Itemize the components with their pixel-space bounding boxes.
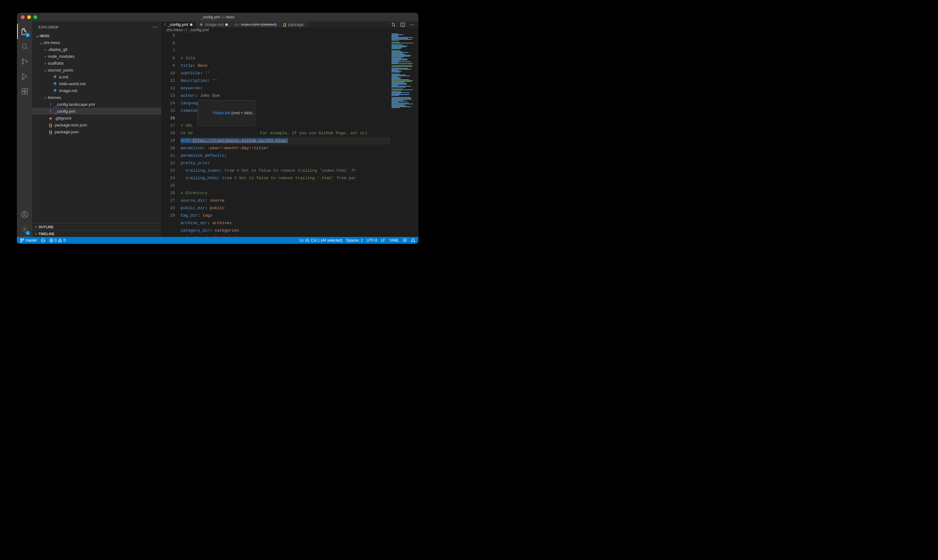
json-icon: {}	[48, 123, 53, 127]
branch-name: master	[26, 238, 37, 243]
tree-folder[interactable]: ›node_modules	[32, 53, 161, 60]
tree-label: .deploy_git	[48, 47, 68, 52]
editor-tab[interactable]: {}package	[280, 22, 307, 28]
language-mode-status[interactable]: YAML	[389, 238, 399, 243]
tree-label: zhx-hexo	[43, 40, 60, 45]
svg-rect-6	[22, 92, 25, 94]
tree-folder-root[interactable]: ⌄ zhx-hexo	[32, 39, 161, 46]
outline-label: OUTLINE	[39, 225, 53, 229]
tree-file[interactable]: Image.md	[32, 87, 161, 94]
svg-rect-15	[201, 24, 202, 26]
tree-folder[interactable]: ⌄source/_posts	[32, 66, 161, 73]
markdown-icon	[199, 23, 204, 27]
notifications-icon[interactable]	[411, 238, 415, 243]
tab-label: _config.yml	[168, 22, 188, 27]
warning-count: 0	[63, 238, 66, 243]
window-title: _config.yml — Hexo	[201, 15, 234, 19]
tree-file[interactable]: hello-world.md	[32, 80, 161, 87]
tree-label: a.md	[59, 75, 68, 79]
tree-label: package.json	[55, 129, 79, 134]
sidebar-title: EXPLORER	[39, 25, 59, 29]
chevron-right-icon: ›	[34, 231, 39, 236]
tree-label: Image.md	[59, 88, 77, 93]
git-branch-status[interactable]: master	[20, 238, 37, 243]
tab-label: index.html (deleted)	[241, 22, 276, 27]
tree-label: node_modules	[48, 54, 74, 59]
html-icon: <>	[234, 22, 239, 27]
maximize-window-button[interactable]	[34, 15, 37, 19]
folder-name: HEXO	[40, 34, 49, 38]
tree-label: hello-world.md	[59, 82, 86, 86]
outline-section[interactable]: › OUTLINE	[32, 223, 161, 230]
folder-section-header[interactable]: ⌄ HEXO	[32, 32, 161, 39]
json-icon: {}	[48, 129, 53, 134]
json-icon: {}	[283, 22, 286, 27]
cursor-position-status[interactable]: Ln 16, Col 1 (44 selected)	[299, 238, 342, 243]
split-editor-icon[interactable]	[400, 22, 405, 27]
close-window-button[interactable]	[21, 15, 25, 19]
editor-tab[interactable]: <>index.html (deleted)	[231, 22, 280, 28]
svg-rect-5	[22, 89, 25, 91]
activity-bar: 2	[17, 22, 32, 237]
more-actions-icon[interactable]: ⋯	[410, 22, 415, 28]
timeline-section[interactable]: › TIMELINE	[32, 230, 161, 237]
traffic-lights	[21, 15, 37, 19]
extensions-activity-icon[interactable]	[17, 84, 32, 99]
explorer-activity-icon[interactable]: 2	[17, 24, 32, 39]
explorer-sidebar: EXPLORER ⋯ ⌄ HEXO ⌄ zhx-hexo ›.deploy_gi…	[32, 22, 161, 237]
run-debug-activity-icon[interactable]	[17, 69, 32, 84]
sidebar-more-icon[interactable]: ⋯	[153, 24, 158, 30]
editor-tab[interactable]: !_config.yml	[161, 22, 196, 28]
tree-label: scaffolds	[48, 61, 64, 66]
timeline-label: TIMELINE	[39, 232, 54, 236]
eol-status[interactable]: LF	[381, 238, 385, 243]
source-control-activity-icon[interactable]	[17, 54, 32, 69]
tree-file[interactable]: !_config.landscape.yml	[32, 101, 161, 108]
git-icon: ◆	[48, 116, 53, 120]
editor-body[interactable]: 5678910111213141516171819202122232425262…	[161, 32, 418, 237]
tree-label: _config.yml	[55, 109, 75, 114]
tree-folder[interactable]: ›.deploy_git	[32, 46, 161, 53]
explorer-badge: 2	[25, 33, 30, 37]
dirty-indicator-icon	[225, 23, 228, 26]
problems-status[interactable]: 0 0	[49, 238, 66, 243]
feedback-icon[interactable]	[403, 238, 407, 243]
tree-folder[interactable]: ›scaffolds	[32, 60, 161, 66]
sync-status[interactable]	[41, 238, 45, 243]
settings-activity-icon[interactable]: 1	[17, 222, 32, 237]
tree-label: package-lock.json	[55, 123, 87, 127]
status-bar: master 0 0 Ln 16, Col 1 (44 selected) Sp…	[17, 237, 418, 244]
minimap[interactable]	[390, 32, 418, 237]
tree-file[interactable]: !_config.yml	[32, 108, 161, 115]
markdown-icon	[52, 88, 58, 93]
chevron-right-icon: ›	[43, 54, 48, 59]
minimize-window-button[interactable]	[27, 15, 31, 19]
tree-file[interactable]: {}package.json	[32, 128, 161, 135]
tree-folder[interactable]: ›themes	[32, 94, 161, 101]
editor-tab[interactable]: Image.md	[196, 22, 231, 28]
dirty-indicator-icon	[190, 23, 193, 26]
spaces-status[interactable]: Spaces: 2	[346, 238, 363, 243]
accounts-activity-icon[interactable]	[17, 207, 32, 222]
svg-point-18	[21, 241, 22, 242]
sidebar-header: EXPLORER ⋯	[32, 22, 161, 32]
tree-file[interactable]: {}package-lock.json	[32, 122, 161, 128]
breadcrumb[interactable]: zhx-hexo › ! _config.yml	[161, 28, 418, 32]
svg-point-3	[26, 61, 27, 62]
editor-area: !_config.ymlImage.md<>index.html (delete…	[161, 22, 418, 237]
tab-label: Image.md	[205, 22, 224, 27]
encoding-status[interactable]: UTF-8	[367, 238, 377, 243]
search-activity-icon[interactable]	[17, 39, 32, 54]
yaml-icon: !	[186, 28, 187, 32]
svg-point-1	[22, 59, 23, 60]
tooltip-hint-text: (cmd + click)	[230, 111, 253, 115]
tree-file[interactable]: ◆.gitignore	[32, 115, 161, 122]
chevron-down-icon: ⌄	[43, 68, 48, 72]
svg-point-19	[23, 239, 24, 240]
tree-file[interactable]: a.md	[32, 73, 161, 80]
error-count: 0	[55, 238, 57, 243]
code-content[interactable]: # Sitetitle: Hexosubtitle: ''description…	[181, 32, 418, 237]
chevron-down-icon: ⌄	[39, 40, 43, 45]
compare-changes-icon[interactable]	[391, 22, 396, 27]
svg-rect-12	[55, 76, 56, 78]
